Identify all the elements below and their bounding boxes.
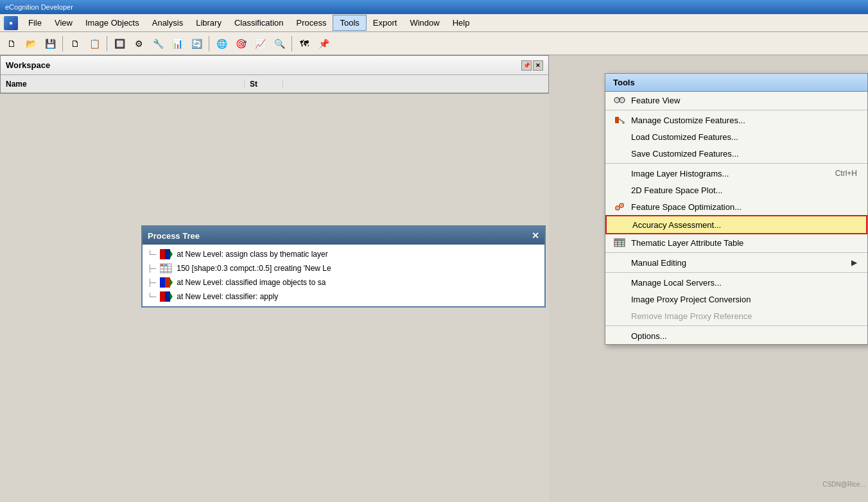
workspace-pin[interactable]: 📌 bbox=[521, 60, 532, 71]
histogram-shortcut: Ctrl+H bbox=[835, 169, 857, 178]
2d-feature-space-label: 2D Feature Space Plot... bbox=[631, 186, 857, 195]
svg-marker-13 bbox=[170, 279, 173, 286]
tb-btn6[interactable]: 📊 bbox=[168, 35, 186, 53]
pt-connector-2: ├─ bbox=[148, 264, 156, 273]
menu-item-manage-customize[interactable]: Manage Customize Features... bbox=[605, 112, 867, 128]
menu-window[interactable]: Window bbox=[403, 15, 446, 30]
tb-btn5[interactable]: 🔧 bbox=[149, 35, 167, 53]
manual-editing-label: Manual Editing bbox=[631, 258, 846, 268]
tb-sep1 bbox=[62, 36, 63, 51]
menu-export[interactable]: Export bbox=[367, 15, 404, 30]
menu-item-feature-view[interactable]: Feature View bbox=[605, 92, 867, 108]
pt-icon-3 bbox=[160, 277, 173, 288]
svg-rect-36 bbox=[615, 239, 617, 241]
tb-btn10[interactable]: 📈 bbox=[251, 35, 269, 53]
menu-item-accuracy-assessment[interactable]: Accuracy Assessment... bbox=[605, 215, 867, 234]
menu-tools[interactable]: Tools bbox=[333, 15, 366, 31]
pt-text-4: at New Level: classifier: apply bbox=[177, 292, 278, 301]
tb-save[interactable]: 💾 bbox=[41, 35, 59, 53]
tb-btn12[interactable]: 🗺 bbox=[295, 35, 313, 53]
tb-new[interactable]: 🗋 bbox=[3, 35, 21, 53]
save-customized-label: Save Customized Features... bbox=[631, 149, 857, 159]
tb-btn3[interactable]: 🔲 bbox=[110, 35, 128, 53]
menu-item-manage-local-servers[interactable]: Manage Local Servers... bbox=[605, 274, 867, 291]
toolbar: 🗋 📂 💾 🗋 📋 🔲 ⚙ 🔧 📊 🔄 🌐 🎯 📈 🔍 🗺 📌 bbox=[0, 32, 868, 55]
tb-btn9[interactable]: 🎯 bbox=[232, 35, 250, 53]
process-tree-close[interactable]: ✕ bbox=[532, 230, 539, 241]
image-layer-histograms-label: Image Layer Histograms... bbox=[631, 169, 830, 178]
process-tree-body: └─ at New Level: assign class by themati… bbox=[143, 245, 544, 306]
menu-item-2d-feature-space[interactable]: 2D Feature Space Plot... bbox=[605, 182, 867, 198]
pt-row-4: └─ at New Level: classifier: apply bbox=[143, 290, 544, 304]
workspace-panel: Workspace 📌 ✕ Name St bbox=[0, 55, 549, 94]
process-tree-title: Process Tree bbox=[148, 231, 200, 241]
menu-help[interactable]: Help bbox=[446, 15, 476, 30]
app-title: eCognition Developer bbox=[5, 3, 73, 11]
tm-sep-3 bbox=[605, 252, 867, 253]
menu-bar: ● File View Image Objects Analysis Libra… bbox=[0, 14, 868, 32]
pt-connector-4: └─ bbox=[148, 293, 156, 301]
menu-view[interactable]: View bbox=[48, 15, 79, 30]
menu-library[interactable]: Library bbox=[189, 15, 228, 30]
menu-item-load-customized[interactable]: Load Customized Features... bbox=[605, 128, 867, 145]
workspace-close[interactable]: ✕ bbox=[533, 60, 543, 71]
svg-rect-10 bbox=[164, 264, 167, 266]
optimization-icon bbox=[613, 202, 626, 212]
menu-item-image-proxy-conversion[interactable]: Image Proxy Project Conversion bbox=[605, 291, 867, 307]
tm-sep-4 bbox=[605, 272, 867, 273]
svg-point-20 bbox=[616, 99, 618, 101]
tb-sep2 bbox=[107, 36, 107, 51]
manage-local-servers-label: Manage Local Servers... bbox=[631, 278, 857, 288]
tb-open[interactable]: 📂 bbox=[22, 35, 40, 53]
col-name: Name bbox=[1, 80, 245, 89]
menu-item-remove-image-proxy: Remove Image Proxy Reference bbox=[605, 307, 867, 324]
menu-item-image-layer-histograms[interactable]: Image Layer Histograms... Ctrl+H bbox=[605, 165, 867, 182]
pt-connector-1: └─ bbox=[148, 250, 156, 259]
plot-icon bbox=[613, 185, 626, 195]
menu-item-thematic-layer[interactable]: Thematic Layer Attribute Table bbox=[605, 234, 867, 251]
accuracy-icon bbox=[614, 220, 627, 230]
load-customized-label: Load Customized Features... bbox=[631, 132, 857, 142]
tb-btn11[interactable]: 🔍 bbox=[270, 35, 288, 53]
tb-btn8[interactable]: 🌐 bbox=[213, 35, 230, 53]
tools-menu-header: Tools bbox=[605, 74, 867, 92]
app-icon: ● bbox=[4, 16, 18, 30]
tb-new2[interactable]: 🗋 bbox=[66, 35, 84, 53]
process-tree-titlebar: Process Tree ✕ bbox=[143, 227, 544, 245]
menu-file[interactable]: File bbox=[22, 15, 48, 30]
save-icon bbox=[613, 148, 626, 159]
svg-point-21 bbox=[621, 99, 623, 101]
tb-btn7[interactable]: 🔄 bbox=[187, 35, 205, 53]
tb-sep3 bbox=[209, 36, 209, 51]
pt-text-1: at New Level: assign class by thematic l… bbox=[177, 250, 327, 259]
pt-icon-4 bbox=[160, 291, 173, 302]
workspace-title: Workspace bbox=[6, 60, 50, 70]
tb-open2[interactable]: 📋 bbox=[85, 35, 103, 53]
menu-item-manual-editing[interactable]: Manual Editing ▶ bbox=[605, 254, 867, 271]
menu-item-save-customized[interactable]: Save Customized Features... bbox=[605, 145, 867, 162]
tools-menu-overlay: Tools Feature View bbox=[573, 55, 868, 502]
feature-space-opt-label: Feature Space Optimization... bbox=[631, 202, 857, 212]
pt-icon-1 bbox=[160, 249, 173, 259]
menu-item-options[interactable]: Options... bbox=[605, 327, 867, 344]
remove-image-proxy-label: Remove Image Proxy Reference bbox=[631, 311, 857, 321]
menu-process[interactable]: Process bbox=[290, 15, 333, 30]
image-proxy-icon bbox=[613, 294, 626, 304]
tb-btn4[interactable]: ⚙ bbox=[130, 35, 148, 53]
tb-btn13[interactable]: 📌 bbox=[315, 35, 333, 53]
menu-image-objects[interactable]: Image Objects bbox=[79, 15, 146, 30]
options-icon bbox=[613, 331, 626, 341]
tb-sep4 bbox=[291, 36, 292, 51]
pt-text-2: 150 [shape:0.3 compct.:0.5] creating 'Ne… bbox=[177, 264, 331, 273]
svg-rect-38 bbox=[622, 239, 624, 241]
menu-item-feature-space-opt[interactable]: Feature Space Optimization... bbox=[605, 198, 867, 215]
svg-rect-22 bbox=[615, 117, 619, 123]
svg-marker-1 bbox=[165, 249, 170, 259]
menu-analysis[interactable]: Analysis bbox=[146, 15, 189, 30]
binoculars-icon bbox=[613, 95, 626, 105]
svg-rect-9 bbox=[161, 264, 163, 266]
menu-classification[interactable]: Classification bbox=[228, 15, 290, 30]
workspace-titlebar: Workspace 📌 ✕ bbox=[1, 56, 548, 75]
tools-dropdown-menu: Tools Feature View bbox=[605, 73, 868, 345]
process-tree: Process Tree ✕ └─ at New Level: assign c… bbox=[141, 225, 546, 307]
